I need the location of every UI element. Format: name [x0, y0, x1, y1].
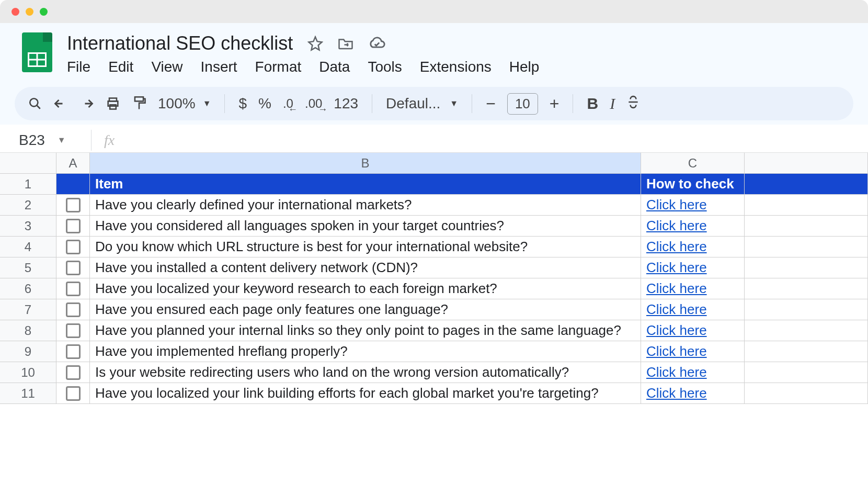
row-header[interactable]: 8: [0, 320, 56, 341]
item-cell[interactable]: Have you planned your internal links so …: [90, 320, 641, 341]
menu-edit[interactable]: Edit: [108, 59, 133, 75]
checkbox-cell[interactable]: [56, 216, 90, 236]
row-header[interactable]: 2: [0, 195, 56, 215]
menu-tools[interactable]: Tools: [368, 59, 402, 75]
link-cell[interactable]: Click here: [641, 216, 745, 236]
click-here-link[interactable]: Click here: [646, 197, 707, 213]
spreadsheet-grid[interactable]: A B C 1 Item How to check 2 Have you cle…: [0, 153, 868, 404]
item-cell[interactable]: Have you localized your link building ef…: [90, 383, 641, 403]
click-here-link[interactable]: Click here: [646, 239, 707, 255]
bold-button[interactable]: B: [587, 95, 598, 113]
cell[interactable]: [745, 320, 868, 341]
column-header-a[interactable]: A: [56, 153, 90, 173]
currency-format-button[interactable]: $: [238, 95, 247, 112]
menu-help[interactable]: Help: [509, 59, 540, 75]
column-header-b[interactable]: B: [90, 153, 641, 173]
link-cell[interactable]: Click here: [641, 341, 745, 362]
checkbox-icon[interactable]: [66, 282, 81, 296]
menu-data[interactable]: Data: [319, 59, 350, 75]
item-cell[interactable]: Do you know which URL structure is best …: [90, 237, 641, 257]
row-header[interactable]: 3: [0, 216, 56, 236]
column-header-extra[interactable]: [745, 153, 868, 173]
checkbox-icon[interactable]: [66, 198, 81, 212]
row-header[interactable]: 1: [0, 174, 56, 194]
link-cell[interactable]: Click here: [641, 320, 745, 341]
link-cell[interactable]: Click here: [641, 299, 745, 320]
item-cell[interactable]: Have you installed a content delivery ne…: [90, 257, 641, 278]
more-formats-button[interactable]: 123: [334, 95, 358, 112]
header-how[interactable]: How to check: [641, 174, 745, 194]
click-here-link[interactable]: Click here: [646, 301, 707, 318]
sheets-logo-icon[interactable]: [22, 32, 52, 72]
cell[interactable]: [745, 362, 868, 383]
cell[interactable]: [56, 174, 90, 194]
click-here-link[interactable]: Click here: [646, 364, 707, 380]
cell[interactable]: [745, 341, 868, 362]
cell[interactable]: [745, 257, 868, 278]
print-icon[interactable]: [106, 96, 120, 111]
column-header-c[interactable]: C: [641, 153, 745, 173]
header-item[interactable]: Item: [90, 174, 641, 194]
item-cell[interactable]: Have you ensured each page only features…: [90, 299, 641, 320]
checkbox-icon[interactable]: [66, 365, 81, 380]
click-here-link[interactable]: Click here: [646, 260, 707, 276]
move-folder-icon[interactable]: [338, 37, 353, 50]
strikethrough-button[interactable]: [626, 95, 640, 113]
click-here-link[interactable]: Click here: [646, 343, 707, 360]
checkbox-icon[interactable]: [66, 240, 81, 254]
cell[interactable]: [745, 237, 868, 257]
menu-extensions[interactable]: Extensions: [420, 59, 492, 75]
percent-format-button[interactable]: %: [258, 95, 271, 112]
increase-font-size-button[interactable]: +: [550, 94, 559, 114]
row-header[interactable]: 6: [0, 278, 56, 299]
checkbox-icon[interactable]: [66, 261, 81, 275]
checkbox-icon[interactable]: [66, 323, 81, 338]
cell[interactable]: [745, 195, 868, 215]
font-size-input[interactable]: 10: [507, 93, 538, 115]
cell[interactable]: [745, 383, 868, 403]
link-cell[interactable]: Click here: [641, 383, 745, 403]
checkbox-cell[interactable]: [56, 278, 90, 299]
checkbox-cell[interactable]: [56, 195, 90, 215]
redo-icon[interactable]: [79, 98, 94, 109]
select-all-corner[interactable]: [0, 153, 56, 173]
menu-insert[interactable]: Insert: [201, 59, 237, 75]
row-header[interactable]: 9: [0, 341, 56, 362]
cloud-saved-icon[interactable]: [368, 37, 386, 50]
row-header[interactable]: 4: [0, 237, 56, 257]
checkbox-icon[interactable]: [66, 386, 81, 401]
maximize-window-button[interactable]: [40, 8, 48, 16]
minimize-window-button[interactable]: [26, 8, 33, 16]
checkbox-cell[interactable]: [56, 257, 90, 278]
menu-view[interactable]: View: [151, 59, 182, 75]
menu-format[interactable]: Format: [255, 59, 302, 75]
zoom-dropdown[interactable]: 100% ▼: [158, 95, 211, 112]
cell[interactable]: [745, 216, 868, 236]
search-icon[interactable]: [28, 97, 42, 110]
paint-format-icon[interactable]: [132, 96, 146, 111]
checkbox-icon[interactable]: [66, 302, 81, 317]
link-cell[interactable]: Click here: [641, 278, 745, 299]
checkbox-cell[interactable]: [56, 362, 90, 383]
name-box[interactable]: B23 ▼: [19, 132, 82, 149]
font-family-dropdown[interactable]: Defaul... ▼: [386, 95, 458, 112]
checkbox-icon[interactable]: [66, 219, 81, 233]
checkbox-cell[interactable]: [56, 383, 90, 403]
italic-button[interactable]: I: [610, 95, 615, 113]
decrease-decimal-button[interactable]: .0←: [283, 96, 293, 111]
row-header[interactable]: 11: [0, 383, 56, 403]
click-here-link[interactable]: Click here: [646, 280, 707, 297]
checkbox-cell[interactable]: [56, 299, 90, 320]
item-cell[interactable]: Have you implemented hreflang properly?: [90, 341, 641, 362]
row-header[interactable]: 10: [0, 362, 56, 383]
click-here-link[interactable]: Click here: [646, 322, 707, 339]
checkbox-cell[interactable]: [56, 320, 90, 341]
link-cell[interactable]: Click here: [641, 195, 745, 215]
checkbox-icon[interactable]: [66, 344, 81, 359]
close-window-button[interactable]: [12, 8, 19, 16]
cell[interactable]: [745, 299, 868, 320]
menu-file[interactable]: File: [67, 59, 90, 75]
star-icon[interactable]: [307, 36, 323, 51]
row-header[interactable]: 5: [0, 257, 56, 278]
click-here-link[interactable]: Click here: [646, 385, 707, 401]
